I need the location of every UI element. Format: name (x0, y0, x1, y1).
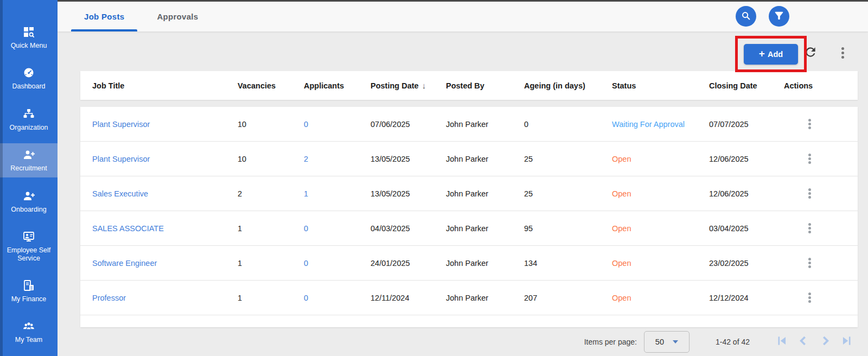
last-page-button[interactable] (838, 333, 856, 351)
row-actions-kebab[interactable] (802, 186, 817, 201)
items-per-page-label: Items per page: (584, 338, 637, 346)
items-per-page-select[interactable]: 50 (644, 331, 690, 353)
row-actions-kebab[interactable] (802, 256, 817, 271)
closing-date-cell: 12/06/2025 (709, 155, 784, 163)
column-header-ageing-in-days[interactable]: Ageing (in days) (524, 81, 612, 90)
job-title-link[interactable]: Software Engineer (92, 259, 157, 268)
applicants-link[interactable]: 0 (304, 294, 308, 302)
first-page-button[interactable] (773, 333, 791, 351)
tab-bar: Job Posts Approvals (58, 2, 868, 31)
posting-date-cell: 07/06/2025 (371, 120, 446, 129)
job-title-link[interactable]: Plant Supervisor (92, 155, 150, 163)
kebab-menu-icon (808, 157, 811, 160)
table-row: SALES ASSOCIATE 1 0 04/03/2025 John Park… (80, 211, 858, 246)
tabbar-actions (736, 6, 789, 27)
search-button[interactable] (736, 6, 756, 27)
table-row: Plant Supervisor 10 0 07/06/2025 John Pa… (80, 107, 858, 142)
column-header-job-title[interactable]: Job Title (80, 81, 238, 90)
applicants-link[interactable]: 0 (304, 120, 308, 129)
sidebar-item-label: My Team (15, 336, 42, 344)
paginator: Items per page: 50 1-42 of 42 (58, 327, 868, 356)
closing-date-cell: 12/12/2024 (709, 294, 784, 302)
status-cell: Open (612, 294, 709, 302)
sidebar-item-label: Dashboard (12, 82, 45, 91)
annotation-highlight-box: + Add (735, 36, 807, 72)
posted-by-cell: John Parker (446, 259, 524, 268)
sidebar-item-label: Organization (10, 124, 48, 132)
posted-by-cell: John Parker (446, 189, 524, 198)
previous-page-button[interactable] (794, 333, 813, 351)
sidebar-item-dashboard[interactable]: Dashboard (0, 61, 58, 95)
row-actions-kebab[interactable] (802, 117, 817, 132)
column-header-actions: Actions (784, 81, 858, 90)
table-body: Plant Supervisor 10 0 07/06/2025 John Pa… (80, 107, 858, 327)
column-header-closing-date[interactable]: Closing Date (709, 81, 784, 90)
row-actions-kebab[interactable] (802, 290, 817, 306)
last-page-icon (840, 334, 854, 349)
applicants-link[interactable]: 2 (304, 155, 308, 163)
column-header-posting-date[interactable]: Posting Date ↓ (371, 81, 446, 90)
sidebar-item-my-team[interactable]: My Team (0, 315, 58, 349)
sidebar-item-label: Employee Self Service (2, 246, 55, 263)
sidebar-item-recruitment[interactable]: Recruitment (0, 143, 58, 177)
ageing-cell: 207 (524, 294, 612, 302)
applicants-link[interactable]: 1 (304, 189, 308, 198)
row-actions-kebab[interactable] (802, 221, 817, 236)
kebab-menu-icon (808, 296, 811, 299)
filter-button[interactable] (769, 6, 789, 27)
next-page-button[interactable] (816, 333, 834, 351)
sidebar-item-my-finance[interactable]: My Finance (0, 274, 58, 308)
column-header-status[interactable]: Status (612, 81, 709, 90)
job-title-link[interactable]: Sales Executive (92, 189, 148, 198)
vacancies-cell: 1 (238, 259, 304, 268)
chevron-right-icon (818, 334, 832, 349)
sidebar-item-onboarding[interactable]: Onboarding (0, 185, 58, 218)
employee-self-service-icon (22, 230, 35, 243)
posted-by-cell: John Parker (446, 224, 524, 233)
column-header-vacancies[interactable]: Vacancies (238, 81, 304, 90)
table-header-row: Job Title Vacancies Applicants Posting D… (80, 71, 858, 100)
tab-label: Job Posts (84, 12, 124, 21)
closing-date-cell: 23/02/2025 (709, 259, 784, 268)
tab-job-posts[interactable]: Job Posts (71, 2, 137, 31)
job-title-link[interactable]: Professor (92, 294, 126, 302)
my-team-icon (22, 320, 35, 333)
recruitment-icon (22, 148, 35, 161)
row-actions-kebab[interactable] (802, 151, 817, 167)
sidebar-item-organization[interactable]: Organization (0, 103, 58, 136)
dashboard-icon (22, 66, 35, 79)
status-cell: Open (612, 155, 709, 163)
search-icon (740, 10, 752, 23)
sidebar-item-label: Recruitment (10, 164, 47, 173)
sidebar-item-quick-menu[interactable]: Quick Menu (0, 21, 58, 54)
sort-desc-icon: ↓ (422, 81, 426, 90)
applicants-link[interactable]: 0 (304, 259, 308, 268)
sidebar-item-label: Onboarding (11, 206, 46, 214)
sidebar-item-label: Quick Menu (11, 42, 47, 50)
job-title-link[interactable]: Plant Supervisor (92, 120, 150, 129)
page-range-label: 1-42 of 42 (716, 338, 750, 346)
ageing-cell: 25 (524, 155, 612, 163)
sidebar-item-employee-self-service[interactable]: Employee Self Service (0, 225, 58, 267)
tab-label: Approvals (157, 12, 198, 21)
tab-approvals[interactable]: Approvals (144, 2, 211, 31)
more-options-button[interactable] (835, 45, 850, 60)
column-header-posted-by[interactable]: Posted By (446, 81, 524, 90)
organization-icon (22, 107, 35, 120)
table-empty-strip (80, 315, 858, 327)
status-cell: Open (612, 259, 709, 268)
posted-by-cell: John Parker (446, 155, 524, 163)
closing-date-cell: 07/07/2025 (709, 120, 784, 129)
sidebar-item-label: My Finance (11, 295, 47, 303)
kebab-menu-icon (808, 262, 811, 264)
vacancies-cell: 10 (238, 120, 304, 129)
tabs: Job Posts Approvals (58, 2, 218, 31)
add-button[interactable]: + Add (744, 44, 798, 65)
posting-date-cell: 12/11/2024 (371, 294, 446, 302)
applicants-link[interactable]: 0 (304, 224, 308, 233)
status-cell: Waiting For Approval (612, 120, 709, 129)
table-row: Sales Executive 2 1 13/05/2025 John Park… (80, 176, 858, 211)
kebab-menu-icon (841, 52, 844, 54)
column-header-applicants[interactable]: Applicants (304, 81, 371, 90)
job-title-link[interactable]: SALES ASSOCIATE (92, 224, 164, 233)
